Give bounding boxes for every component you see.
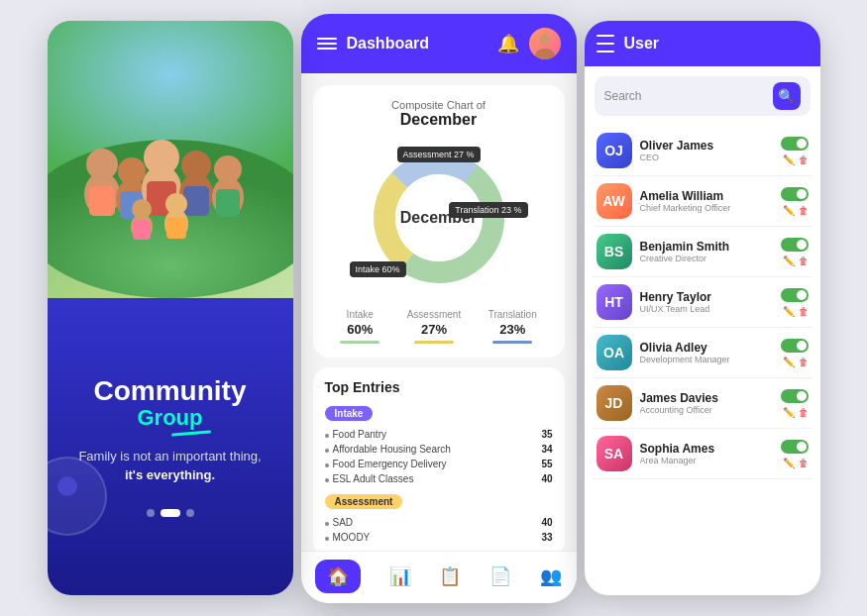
user-actions-amelia-william: ✏️ 🗑 xyxy=(781,187,809,216)
user-info-amelia-william: Amelia William Chief Marketing Officer xyxy=(640,189,773,213)
tagline: Family is not an important thing, it's e… xyxy=(78,447,261,485)
entry-dot xyxy=(325,537,329,541)
action-icons-amelia-william: ✏️ 🗑 xyxy=(783,205,809,216)
edit-henry-taylor[interactable]: ✏️ xyxy=(783,306,795,317)
user-role-sophia-ames: Area Manager xyxy=(640,456,773,465)
svg-point-18 xyxy=(165,193,187,215)
dot-3[interactable] xyxy=(186,509,194,517)
hamburger-line-1 xyxy=(317,38,337,40)
delete-sophia-ames[interactable]: 🗑 xyxy=(799,458,809,468)
legend-intake: Intake 60% xyxy=(340,309,379,344)
legend-intake-bar xyxy=(340,341,379,344)
edit-amelia-william[interactable]: ✏️ xyxy=(783,205,795,216)
user-item-benjamin-smith: BS Benjamin Smith Creative Director ✏️ 🗑 xyxy=(593,227,813,277)
edit-oliver-james[interactable]: ✏️ xyxy=(783,154,795,165)
hamburger-menu[interactable] xyxy=(317,38,337,50)
nav-docs[interactable]: 📄 xyxy=(489,565,511,587)
user-info-olivia-adley: Olivia Adley Development Manager xyxy=(640,341,773,364)
entry-moody: MOODY 33 xyxy=(325,530,553,545)
toggle-sophia-ames[interactable] xyxy=(781,440,809,454)
notification-bell-icon[interactable]: 🔔 xyxy=(497,33,519,54)
delete-oliver-james[interactable]: 🗑 xyxy=(799,154,809,165)
toggle-amelia-william[interactable] xyxy=(781,187,809,201)
edit-olivia-adley[interactable]: ✏️ xyxy=(783,357,795,367)
user-name-amelia-william: Amelia William xyxy=(640,189,773,203)
home-icon-bg: 🏠 xyxy=(315,560,361,593)
edit-benjamin-smith[interactable]: ✏️ xyxy=(783,256,795,266)
user-role-henry-taylor: UI/UX Team Lead xyxy=(640,304,773,314)
entry-food-pantry: Food Pantry 35 xyxy=(325,427,553,442)
edit-james-davies[interactable]: ✏️ xyxy=(783,407,795,418)
delete-henry-taylor[interactable]: 🗑 xyxy=(799,306,809,317)
search-placeholder: Search xyxy=(604,89,767,103)
legend-intake-label: Intake xyxy=(347,309,374,320)
svg-point-15 xyxy=(214,155,242,183)
svg-rect-16 xyxy=(216,189,240,217)
svg-point-3 xyxy=(86,149,118,180)
chart-subtitle: Composite Chart of xyxy=(327,99,551,111)
delete-benjamin-smith[interactable]: 🗑 xyxy=(799,256,809,266)
user-item-amelia-william: AW Amelia William Chief Marketing Office… xyxy=(593,176,813,227)
entry-dot xyxy=(325,522,329,526)
entry-dot xyxy=(325,478,329,482)
dot-1[interactable] xyxy=(147,509,155,517)
delete-james-davies[interactable]: 🗑 xyxy=(799,407,809,418)
chart-legend: Intake 60% Assessment 27% Translation 23… xyxy=(327,309,551,344)
user-role-amelia-william: Chief Marketing Officer xyxy=(640,203,773,213)
user-avatar[interactable] xyxy=(529,28,561,59)
legend-translation-bar xyxy=(492,341,532,344)
carousel-dots xyxy=(147,509,194,517)
toggle-olivia-adley[interactable] xyxy=(781,339,809,353)
nav-users[interactable]: 👥 xyxy=(540,565,562,587)
edit-sophia-ames[interactable]: ✏️ xyxy=(783,458,795,468)
toggle-james-davies[interactable] xyxy=(781,389,809,403)
user-panel-menu-icon[interactable] xyxy=(596,35,614,52)
entry-dot xyxy=(325,463,329,467)
avatar-amelia-william: AW xyxy=(596,183,632,219)
entry-dot xyxy=(325,449,329,453)
nav-stats[interactable]: 📊 xyxy=(389,565,411,587)
chart-card: Composite Chart of December December Ass… xyxy=(313,85,565,358)
action-icons-henry-taylor: ✏️ 🗑 xyxy=(783,306,809,317)
action-icons-sophia-ames: ✏️ 🗑 xyxy=(783,458,809,468)
dashboard-header: Dashboard 🔔 xyxy=(301,14,577,73)
chart-title: December xyxy=(327,111,551,129)
toggle-oliver-james[interactable] xyxy=(781,137,809,151)
intake-entries-list: Food Pantry 35 Affordable Housing Search… xyxy=(325,427,553,486)
user-name-sophia-ames: Sophia Ames xyxy=(640,442,773,456)
user-role-benjamin-smith: Creative Director xyxy=(640,254,773,263)
nav-home[interactable]: 🏠 xyxy=(315,560,361,593)
top-entries-title: Top Entries xyxy=(325,379,553,395)
search-button[interactable]: 🔍 xyxy=(773,82,801,110)
toggle-henry-taylor[interactable] xyxy=(781,288,809,302)
nav-list[interactable]: 📋 xyxy=(439,565,461,587)
svg-point-24 xyxy=(535,49,555,59)
action-icons-james-davies: ✏️ 🗑 xyxy=(783,407,809,418)
legend-translation-label: Translation xyxy=(488,309,537,320)
assessment-tooltip: Assessment 27 % xyxy=(396,147,480,162)
user-info-henry-taylor: Henry Taylor UI/UX Team Lead xyxy=(640,290,773,314)
svg-point-9 xyxy=(144,140,179,175)
user-actions-oliver-james: ✏️ 🗑 xyxy=(781,137,809,165)
user-info-sophia-ames: Sophia Ames Area Manager xyxy=(640,442,773,465)
user-item-oliver-james: OJ Oliver James CEO ✏️ 🗑 xyxy=(593,126,813,176)
top-entries-card: Top Entries Intake Food Pantry 35 Afford… xyxy=(313,367,565,551)
user-info-benjamin-smith: Benjamin Smith Creative Director xyxy=(640,240,773,263)
brand-main-text: Community xyxy=(94,377,247,405)
legend-assessment-label: Assessment xyxy=(407,309,461,320)
delete-olivia-adley[interactable]: 🗑 xyxy=(799,357,809,367)
toggle-benjamin-smith[interactable] xyxy=(781,238,809,252)
legend-translation: Translation 23% xyxy=(488,309,537,344)
search-bar: Search 🔍 xyxy=(595,76,811,116)
user-actions-henry-taylor: ✏️ 🗑 xyxy=(781,288,809,317)
user-actions-benjamin-smith: ✏️ 🗑 xyxy=(781,238,809,266)
dot-2[interactable] xyxy=(161,509,180,517)
user-info-oliver-james: Oliver James CEO xyxy=(640,139,773,162)
user-item-sophia-ames: SA Sophia Ames Area Manager ✏️ 🗑 xyxy=(593,429,813,479)
delete-amelia-william[interactable]: 🗑 xyxy=(799,205,809,216)
avatar-sophia-ames: SA xyxy=(596,436,632,471)
avatar-james-davies: JD xyxy=(596,385,632,421)
header-left: Dashboard xyxy=(317,35,430,52)
donut-chart: December Assessment 27 % Translation 23 … xyxy=(360,139,518,297)
svg-rect-4 xyxy=(89,186,115,216)
